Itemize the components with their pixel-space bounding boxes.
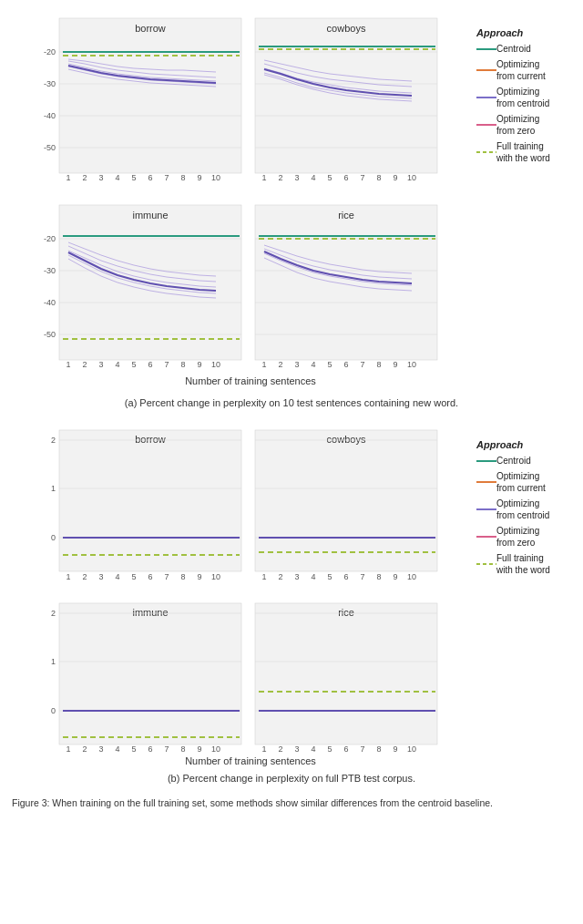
svg-text:2: 2 xyxy=(82,572,87,581)
bottom-legend-opt-centroid: Optimizingfrom centroid xyxy=(476,498,569,521)
legend-opt-centroid-label: Optimizingfrom centroid xyxy=(496,86,549,109)
svg-text:7: 7 xyxy=(360,360,364,369)
svg-text:7: 7 xyxy=(360,744,364,754)
svg-text:3: 3 xyxy=(294,360,299,369)
svg-text:4: 4 xyxy=(115,173,119,182)
svg-text:1: 1 xyxy=(261,173,266,182)
svg-text:8: 8 xyxy=(180,572,185,581)
svg-text:3: 3 xyxy=(98,360,103,369)
svg-text:5: 5 xyxy=(327,360,332,369)
svg-text:6: 6 xyxy=(343,744,348,754)
svg-text:10: 10 xyxy=(211,744,220,754)
top-chart-area: Change in perplexity on new word test da… xyxy=(5,9,469,394)
top-legend: Approach Centroid Optimizingfrom current… xyxy=(469,9,569,168)
svg-text:2: 2 xyxy=(51,609,56,618)
svg-text:1: 1 xyxy=(261,744,266,754)
bottom-legend-opt-current: Optimizingfrom current xyxy=(476,470,569,494)
svg-text:-40: -40 xyxy=(44,298,56,307)
bottom-caption: (b) Percent change in perplexity on full… xyxy=(168,773,415,784)
legend-title: Approach xyxy=(476,27,569,38)
svg-text:8: 8 xyxy=(180,360,185,369)
svg-text:-20: -20 xyxy=(44,234,56,243)
legend-opt-zero: Optimizingfrom zero xyxy=(476,113,569,137)
top-chart-with-legend: Change in perplexity on new word test da… xyxy=(5,9,578,394)
svg-text:2: 2 xyxy=(51,436,56,445)
svg-rect-119 xyxy=(255,430,437,571)
bottom-legend-title: Approach xyxy=(476,439,569,450)
legend-opt-current: Optimizingfrom current xyxy=(476,58,569,82)
svg-text:8: 8 xyxy=(376,744,381,754)
bottom-legend-opt-current-label: Optimizingfrom current xyxy=(496,470,546,494)
svg-text:10: 10 xyxy=(211,173,220,182)
svg-text:-40: -40 xyxy=(44,111,56,120)
svg-text:borrow: borrow xyxy=(135,434,166,445)
top-svg: Change in perplexity on new word test da… xyxy=(5,9,469,392)
svg-text:-20: -20 xyxy=(44,47,56,56)
svg-text:2: 2 xyxy=(278,360,282,369)
svg-text:4: 4 xyxy=(115,744,119,754)
bottom-svg: Change in perplexity on PTB test data (%… xyxy=(5,421,469,767)
svg-text:Number of training sentences: Number of training sentences xyxy=(185,755,316,766)
bottom-legend-centroid: Centroid xyxy=(476,455,569,467)
svg-text:3: 3 xyxy=(98,744,103,754)
svg-text:4: 4 xyxy=(311,744,315,754)
svg-text:2: 2 xyxy=(82,173,87,182)
legend-centroid: Centroid xyxy=(476,43,569,55)
svg-text:immune: immune xyxy=(132,607,168,618)
svg-text:cowboys: cowboys xyxy=(327,23,366,34)
svg-text:8: 8 xyxy=(376,173,381,182)
svg-text:3: 3 xyxy=(98,173,103,182)
legend-opt-current-label: Optimizingfrom current xyxy=(496,58,546,82)
svg-text:5: 5 xyxy=(131,360,136,369)
svg-text:9: 9 xyxy=(197,173,201,182)
svg-text:8: 8 xyxy=(180,173,185,182)
svg-text:7: 7 xyxy=(164,744,169,754)
svg-text:7: 7 xyxy=(164,360,169,369)
svg-text:7: 7 xyxy=(360,572,364,581)
svg-text:5: 5 xyxy=(131,173,136,182)
svg-text:6: 6 xyxy=(343,572,348,581)
svg-text:9: 9 xyxy=(393,360,397,369)
svg-text:10: 10 xyxy=(407,173,416,182)
svg-text:6: 6 xyxy=(148,360,152,369)
svg-text:1: 1 xyxy=(66,744,70,754)
svg-text:6: 6 xyxy=(148,744,152,754)
svg-text:3: 3 xyxy=(294,744,299,754)
svg-text:10: 10 xyxy=(407,744,416,754)
svg-text:9: 9 xyxy=(393,572,397,581)
svg-text:borrow: borrow xyxy=(135,23,166,34)
svg-text:7: 7 xyxy=(164,572,169,581)
svg-text:2: 2 xyxy=(278,173,282,182)
svg-text:-30: -30 xyxy=(44,266,56,275)
svg-text:3: 3 xyxy=(294,173,299,182)
bottom-chart-with-legend: Change in perplexity on PTB test data (%… xyxy=(5,421,578,769)
svg-text:9: 9 xyxy=(197,572,201,581)
svg-rect-6 xyxy=(59,18,241,173)
svg-text:8: 8 xyxy=(376,360,381,369)
legend-centroid-label: Centroid xyxy=(496,43,531,55)
svg-text:9: 9 xyxy=(197,360,201,369)
bottom-legend-centroid-label: Centroid xyxy=(496,455,531,467)
svg-rect-158 xyxy=(255,603,437,744)
svg-text:4: 4 xyxy=(115,360,119,369)
svg-text:4: 4 xyxy=(311,360,315,369)
svg-text:7: 7 xyxy=(360,173,364,182)
legend-opt-zero-label: Optimizingfrom zero xyxy=(496,113,539,137)
top-chart-section: Change in perplexity on new word test da… xyxy=(5,9,578,416)
svg-text:2: 2 xyxy=(82,744,87,754)
figure-caption: Figure 3: When training on the full trai… xyxy=(5,796,578,811)
svg-text:cowboys: cowboys xyxy=(327,434,366,445)
bottom-chart-section: Change in perplexity on PTB test data (%… xyxy=(5,421,578,791)
figure-container: Change in perplexity on new word test da… xyxy=(0,0,583,820)
svg-text:1: 1 xyxy=(51,657,56,666)
svg-text:rice: rice xyxy=(338,607,354,618)
svg-text:8: 8 xyxy=(376,572,381,581)
svg-text:2: 2 xyxy=(278,744,282,754)
svg-text:Number of training sentences: Number of training sentences xyxy=(185,375,316,386)
svg-text:5: 5 xyxy=(131,744,136,754)
svg-text:3: 3 xyxy=(294,572,299,581)
svg-rect-137 xyxy=(59,603,241,744)
svg-text:10: 10 xyxy=(211,360,220,369)
svg-text:3: 3 xyxy=(98,572,103,581)
svg-text:6: 6 xyxy=(343,173,348,182)
